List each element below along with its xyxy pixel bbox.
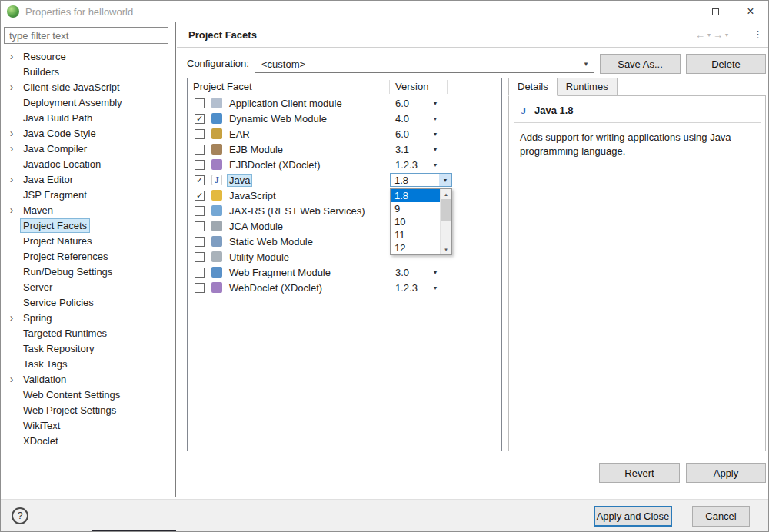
properties-dialog: Properties for helloworld × ›ResourceBui… (0, 0, 769, 532)
facet-checkbox[interactable]: ✓ (195, 114, 205, 124)
filter-input[interactable] (4, 27, 168, 44)
chevron-right-icon[interactable]: › (7, 204, 16, 215)
sidebar-item-xdoclet[interactable]: XDoclet (1, 433, 175, 448)
tab-runtimes[interactable]: Runtimes (557, 78, 618, 95)
forward-dropdown-icon[interactable]: ▾ (725, 32, 728, 38)
sidebar-item-java-editor[interactable]: ›Java Editor (1, 171, 175, 187)
chevron-right-icon[interactable]: › (7, 174, 16, 185)
sidebar-item-server[interactable]: Server (1, 279, 175, 294)
sidebar-item-validation[interactable]: ›Validation (1, 371, 175, 387)
scrollbar-thumb[interactable] (441, 199, 451, 221)
popup-scrollbar[interactable]: ▴ ▾ (440, 189, 451, 254)
chevron-right-icon[interactable]: › (7, 312, 16, 323)
back-icon[interactable]: ← (695, 29, 705, 41)
revert-button[interactable]: Revert (599, 463, 680, 483)
facet-checkbox[interactable] (195, 283, 205, 293)
delete-button[interactable]: Delete (686, 54, 766, 74)
version-option-9[interactable]: 9 (391, 202, 440, 215)
sidebar-item-service-policies[interactable]: Service Policies (1, 294, 175, 310)
facet-row-utility-module[interactable]: Utility Module (188, 249, 501, 264)
facet-row-webdoclet-xdoclet[interactable]: WebDoclet (XDoclet)1.2.3▾ (188, 280, 501, 295)
version-dropdown-icon[interactable]: ▾ (434, 115, 437, 122)
sidebar-item-builders[interactable]: Builders (1, 64, 175, 79)
version-dropdown-icon[interactable]: ▾ (434, 146, 437, 153)
facet-row-ejb-module[interactable]: EJB Module3.1▾ (188, 141, 501, 157)
facet-checkbox[interactable]: ✓ (195, 191, 205, 201)
column-version[interactable]: Version (395, 81, 428, 92)
version-combo-open[interactable]: 1.8▾ (390, 173, 452, 187)
version-option-12[interactable]: 12 (391, 241, 440, 254)
save-as-button[interactable]: Save As... (600, 54, 681, 74)
view-menu-icon[interactable]: ⋮ (753, 28, 762, 40)
sidebar-item-jsp-fragment[interactable]: JSP Fragment (1, 187, 175, 202)
sidebar-item-project-natures[interactable]: Project Natures (1, 233, 175, 248)
facet-row-java[interactable]: ✓JJava1.8▾ (188, 172, 501, 188)
column-project-facet[interactable]: Project Facet (193, 81, 252, 92)
version-dropdown-icon[interactable]: ▾ (434, 161, 437, 168)
chevron-right-icon[interactable]: › (7, 51, 16, 62)
facet-checkbox[interactable] (195, 206, 205, 216)
sidebar-item-maven[interactable]: ›Maven (1, 202, 175, 218)
facet-row-static-web-module[interactable]: Static Web Module (188, 234, 501, 249)
version-option-10[interactable]: 10 (391, 215, 440, 228)
sidebar-item-java-compiler[interactable]: ›Java Compiler (1, 141, 175, 156)
facet-row-javascript[interactable]: ✓JavaScript (188, 188, 501, 203)
sidebar-item-targeted-runtimes[interactable]: Targeted Runtimes (1, 325, 175, 341)
sidebar-item-java-code-style[interactable]: ›Java Code Style (1, 125, 175, 141)
facet-checkbox[interactable] (195, 160, 205, 170)
facet-checkbox[interactable] (195, 129, 205, 139)
sidebar-item-client-side-javascript[interactable]: ›Client-side JavaScript (1, 79, 175, 95)
sidebar-item-run-debug-settings[interactable]: Run/Debug Settings (1, 264, 175, 279)
sidebar-item-wikitext[interactable]: WikiText (1, 417, 175, 433)
facet-row-web-fragment-module[interactable]: Web Fragment Module3.0▾ (188, 264, 501, 280)
facet-row-ejbdoclet-xdoclet[interactable]: EJBDoclet (XDoclet)1.2.3▾ (188, 157, 501, 172)
facet-checkbox[interactable] (195, 268, 205, 278)
facet-row-ear[interactable]: EAR6.0▾ (188, 126, 501, 141)
facet-row-jax-rs-rest-web-services[interactable]: JAX-RS (REST Web Services) (188, 203, 501, 218)
version-dropdown-icon[interactable]: ▾ (434, 284, 437, 291)
scroll-up-icon[interactable]: ▴ (441, 189, 451, 199)
apply-and-close-button[interactable]: Apply and Close (594, 506, 672, 527)
version-option-11[interactable]: 11 (391, 228, 440, 241)
facet-checkbox[interactable] (195, 221, 205, 231)
scrollbar-track[interactable] (441, 221, 451, 244)
maximize-button[interactable] (697, 1, 733, 22)
sidebar-item-resource[interactable]: ›Resource (1, 48, 175, 64)
cancel-button[interactable]: Cancel (692, 506, 750, 527)
chevron-right-icon[interactable]: › (7, 143, 16, 154)
sidebar-item-task-tags[interactable]: Task Tags (1, 356, 175, 371)
sidebar-item-task-repository[interactable]: Task Repository (1, 341, 175, 356)
sidebar-item-javadoc-location[interactable]: Javadoc Location (1, 156, 175, 171)
facet-row-application-client-module[interactable]: Application Client module6.0▾ (188, 95, 501, 111)
sidebar-item-java-build-path[interactable]: Java Build Path (1, 110, 175, 125)
facet-row-jca-module[interactable]: JCA Module (188, 218, 501, 234)
facet-checkbox[interactable] (195, 237, 205, 247)
tab-details[interactable]: Details (508, 78, 558, 96)
facet-checkbox[interactable] (195, 98, 205, 108)
version-option-1-8[interactable]: 1.8 (391, 189, 440, 202)
close-button[interactable]: × (733, 1, 768, 22)
facet-checkbox[interactable] (195, 252, 205, 262)
version-dropdown-icon[interactable]: ▾ (434, 131, 437, 138)
facet-checkbox[interactable]: ✓ (195, 175, 205, 185)
back-dropdown-icon[interactable]: ▾ (707, 32, 711, 38)
version-dropdown-icon[interactable]: ▾ (434, 269, 437, 276)
chevron-down-icon[interactable]: ▾ (439, 174, 451, 186)
sidebar-item-web-content-settings[interactable]: Web Content Settings (1, 387, 175, 402)
facet-row-dynamic-web-module[interactable]: ✓Dynamic Web Module4.0▾ (188, 111, 501, 126)
apply-button[interactable]: Apply (686, 463, 766, 483)
chevron-right-icon[interactable]: › (7, 81, 16, 92)
chevron-right-icon[interactable]: › (7, 128, 16, 138)
configuration-select[interactable]: <custom> ▾ (255, 55, 594, 73)
sidebar-item-project-references[interactable]: Project References (1, 248, 175, 264)
version-dropdown-icon[interactable]: ▾ (434, 100, 437, 107)
sidebar-item-spring[interactable]: ›Spring (1, 310, 175, 325)
chevron-right-icon[interactable]: › (7, 374, 16, 384)
sidebar-item-deployment-assembly[interactable]: Deployment Assembly (1, 95, 175, 110)
sidebar-item-web-project-settings[interactable]: Web Project Settings (1, 402, 175, 417)
facet-checkbox[interactable] (195, 145, 205, 155)
forward-icon[interactable]: → (713, 29, 723, 41)
sidebar-item-project-facets[interactable]: Project Facets (1, 218, 175, 233)
help-button[interactable]: ? (12, 507, 28, 524)
scroll-down-icon[interactable]: ▾ (441, 244, 451, 254)
